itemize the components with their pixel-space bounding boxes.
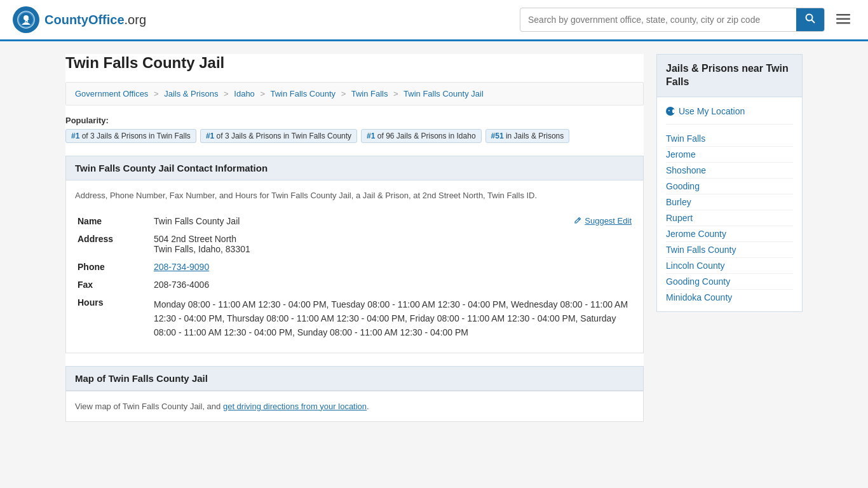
hours-label: Hours xyxy=(75,294,151,344)
fax-value: 208-736-4006 xyxy=(151,276,634,294)
table-row-name: Name Twin Falls County Jail Suggest Edit xyxy=(75,212,634,230)
sidebar-link-burley[interactable]: Burley xyxy=(666,194,793,210)
breadcrumb-link-jails-prisons[interactable]: Jails & Prisons xyxy=(164,89,218,98)
contact-section-header: Twin Falls County Jail Contact Informati… xyxy=(65,156,644,180)
fax-label: Fax xyxy=(75,276,151,294)
sidebar-link-rupert[interactable]: Rupert xyxy=(666,210,793,226)
sidebar-link-lincoln-county[interactable]: Lincoln County xyxy=(666,258,793,274)
name-value: Twin Falls County Jail Suggest Edit xyxy=(151,212,634,230)
driving-directions-link[interactable]: get driving directions from your locatio… xyxy=(223,402,367,411)
logo-icon: ★ xyxy=(13,6,39,33)
breadcrumb-sep-2: > xyxy=(224,89,229,98)
logo-area: ★ CountyOffice.org xyxy=(13,6,146,33)
breadcrumb-sep-3: > xyxy=(260,89,265,98)
logo-text: CountyOffice.org xyxy=(44,13,146,27)
svg-line-5 xyxy=(812,20,815,24)
breadcrumb-sep-5: > xyxy=(393,89,398,98)
location-pin-icon xyxy=(666,107,675,116)
map-description: View map of Twin Falls County Jail, and … xyxy=(75,400,634,413)
breadcrumb-sep: > xyxy=(154,89,159,98)
suggest-edit-button[interactable]: Suggest Edit xyxy=(573,216,632,226)
header-right xyxy=(520,8,855,32)
sidebar-link-gooding-county[interactable]: Gooding County xyxy=(666,274,793,290)
main-container: Twin Falls County Jail Government Office… xyxy=(53,41,815,435)
svg-line-9 xyxy=(578,219,580,220)
sidebar-link-twin-falls-county[interactable]: Twin Falls County xyxy=(666,242,793,258)
table-row-phone: Phone 208-734-9090 xyxy=(75,258,634,276)
pop-badge-2: #1 of 96 Jails & Prisons in Idaho xyxy=(361,129,481,143)
sidebar-link-minidoka-county[interactable]: Minidoka County xyxy=(666,290,793,305)
map-section-header: Map of Twin Falls County Jail xyxy=(65,366,644,391)
popularity-section: Popularity: #1 of 3 Jails & Prisons in T… xyxy=(65,116,644,143)
table-row-hours: Hours Monday 08:00 - 11:00 AM 12:30 - 04… xyxy=(75,294,634,344)
sidebar-header: Jails & Prisons near Twin Falls xyxy=(656,54,803,97)
sidebar-link-shoshone[interactable]: Shoshone xyxy=(666,163,793,179)
breadcrumb-link-twin-falls-county-jail[interactable]: Twin Falls County Jail xyxy=(403,89,484,98)
address-label: Address xyxy=(75,230,151,258)
address-value: 504 2nd Street North Twin Falls, Idaho, … xyxy=(151,230,634,258)
sidebar-body: Use My Location Twin Falls Jerome Shosho… xyxy=(656,97,803,312)
breadcrumb-link-idaho[interactable]: Idaho xyxy=(234,89,255,98)
pop-badge-0: #1 of 3 Jails & Prisons in Twin Falls xyxy=(65,129,196,143)
contact-table: Name Twin Falls County Jail Suggest Edit xyxy=(75,212,634,344)
svg-point-4 xyxy=(806,15,813,21)
breadcrumb-link-government-offices[interactable]: Government Offices xyxy=(75,89,148,98)
contact-section-body: Address, Phone Number, Fax Number, and H… xyxy=(65,180,644,353)
pop-badge-1: #1 of 3 Jails & Prisons in Twin Falls Co… xyxy=(200,129,357,143)
svg-text:★: ★ xyxy=(24,17,30,24)
hours-value: Monday 08:00 - 11:00 AM 12:30 - 04:00 PM… xyxy=(151,294,634,344)
search-input[interactable] xyxy=(520,10,796,30)
svg-rect-8 xyxy=(836,22,850,24)
contact-description: Address, Phone Number, Fax Number, and H… xyxy=(75,189,634,202)
breadcrumb-link-twin-falls-county[interactable]: Twin Falls County xyxy=(270,89,336,98)
menu-button[interactable] xyxy=(831,9,855,30)
search-bar xyxy=(520,8,825,32)
page-title: Twin Falls County Jail xyxy=(65,54,644,72)
phone-label: Phone xyxy=(75,258,151,276)
map-section-body: View map of Twin Falls County Jail, and … xyxy=(65,391,644,423)
sidebar-link-gooding[interactable]: Gooding xyxy=(666,179,793,194)
breadcrumb-sep-4: > xyxy=(341,89,346,98)
phone-value: 208-734-9090 xyxy=(151,258,634,276)
popularity-label: Popularity: xyxy=(65,116,109,125)
popularity-badges: #1 of 3 Jails & Prisons in Twin Falls #1… xyxy=(65,129,644,143)
table-row-address: Address 504 2nd Street North Twin Falls,… xyxy=(75,230,634,258)
phone-link[interactable]: 208-734-9090 xyxy=(154,262,209,272)
site-header: ★ CountyOffice.org xyxy=(0,0,868,41)
content-area: Twin Falls County Jail Government Office… xyxy=(65,54,644,422)
sidebar-link-jerome-county[interactable]: Jerome County xyxy=(666,226,793,242)
sidebar-link-twin-falls[interactable]: Twin Falls xyxy=(666,131,793,147)
sidebar-link-jerome[interactable]: Jerome xyxy=(666,147,793,163)
breadcrumb-link-twin-falls[interactable]: Twin Falls xyxy=(351,89,388,98)
svg-rect-7 xyxy=(836,18,850,20)
pop-badge-3: #51 in Jails & Prisons xyxy=(485,129,570,143)
svg-rect-6 xyxy=(836,14,850,16)
use-my-location-link[interactable]: Use My Location xyxy=(679,104,745,119)
use-location-row: Use My Location xyxy=(666,104,793,125)
svg-point-11 xyxy=(668,109,670,111)
table-row-fax: Fax 208-736-4006 xyxy=(75,276,634,294)
name-label: Name xyxy=(75,212,151,230)
breadcrumb: Government Offices > Jails & Prisons > I… xyxy=(65,82,644,105)
sidebar: Jails & Prisons near Twin Falls Use My L… xyxy=(656,54,803,422)
search-button[interactable] xyxy=(796,8,824,31)
